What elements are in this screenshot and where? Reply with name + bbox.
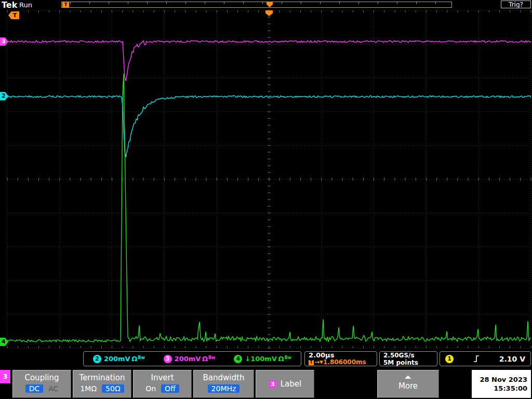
horizontal-readout-box[interactable]: 2.00µs T → ▼ 1.806000ms (304, 351, 377, 366)
coupling-option-dc[interactable]: DC (25, 384, 44, 393)
termination-button[interactable]: Termination 1MΩ 50Ω (73, 370, 131, 398)
rising-edge-icon (473, 355, 480, 363)
ch2-scale: 200mV ΩBw (104, 355, 145, 363)
trigger-source-badge: 1 (445, 355, 454, 363)
termination-option-1mohm[interactable]: 1MΩ (80, 384, 97, 393)
record-length: 5M points (383, 359, 418, 366)
ch4-bw-limit: Bw (285, 355, 292, 360)
invert-option-on[interactable]: On (145, 384, 156, 393)
timebase-readout: 2.00µs (309, 352, 334, 359)
coupling-button[interactable]: Coupling DC AC (12, 370, 71, 398)
ch3-scale: 200mV ΩBw (175, 355, 216, 363)
termination-title: Termination (73, 373, 131, 382)
date-text: 28 Nov 2023 (480, 375, 527, 384)
invert-button[interactable]: Invert On Off (133, 370, 192, 398)
active-channel-indicator: 3 (0, 370, 10, 383)
trigger-delay-readout: T → ▼ 1.806000ms (309, 359, 366, 366)
time-text: 15:35:00 (494, 384, 527, 393)
trigger-readout-box[interactable]: 1 2.10 V (440, 351, 531, 366)
ch4-scale: ↓100mV ΩBw (245, 355, 291, 363)
ch3-readout[interactable]: 3 200mV ΩBw (164, 355, 216, 363)
trigger-level-readout: 2.10 V (499, 355, 525, 363)
ch3-badge: 3 (164, 355, 172, 363)
bottom-menu-bar: 3 Coupling DC AC Termination 1MΩ 50Ω Inv… (0, 369, 532, 399)
ch4-badge: 4 (234, 355, 242, 363)
delay-value: 1.806000ms (323, 359, 366, 366)
coupling-option-ac[interactable]: AC (48, 384, 58, 393)
bandwidth-option-20mhz[interactable]: 20MHz (208, 384, 240, 393)
bandwidth-button[interactable]: Bandwidth 20MHz (193, 370, 254, 398)
ch3-bw-limit: Bw (208, 355, 216, 360)
coupling-title: Coupling (13, 373, 71, 382)
ch2-readout[interactable]: 2 200mV ΩBw (93, 355, 145, 363)
datetime-box: 28 Nov 2023 15:35:00 (472, 370, 531, 398)
more-up-arrow-icon: ▲ (405, 375, 411, 379)
delay-marker-icon: ▼ (320, 359, 323, 366)
label-title: Label (281, 379, 301, 389)
oscilloscope-screen: Tek Run T Trig? T 3 2 4 2 200mV ΩBw 3 20… (0, 0, 532, 399)
termination-option-50ohm[interactable]: 50Ω (102, 384, 124, 393)
status-bar: 2 200mV ΩBw 3 200mV ΩBw 4 ↓100mV ΩBw 2.0… (0, 350, 532, 368)
delay-trigger-icon: T (309, 360, 314, 365)
sample-rate: 2.50GS/s (383, 352, 415, 359)
channel-readouts-box: 2 200mV ΩBw 3 200mV ΩBw 4 ↓100mV ΩBw (83, 351, 301, 366)
ch4-readout[interactable]: 4 ↓100mV ΩBw (234, 355, 291, 363)
label-button[interactable]: 3 Label (256, 370, 314, 398)
ch2-bw-limit: Bw (138, 355, 145, 360)
delay-arrow: → (314, 359, 320, 366)
invert-option-off[interactable]: Off (161, 384, 179, 393)
acquisition-readout-box: 2.50GS/s 5M points (379, 351, 437, 366)
more-title: More (378, 381, 438, 391)
label-channel-badge: 3 (269, 380, 277, 388)
invert-title: Invert (134, 373, 191, 382)
ch2-badge: 2 (93, 355, 101, 363)
bandwidth-title: Bandwidth (194, 373, 254, 382)
more-button[interactable]: ▲ More (377, 370, 439, 398)
graticule-waveform-area (0, 0, 532, 350)
